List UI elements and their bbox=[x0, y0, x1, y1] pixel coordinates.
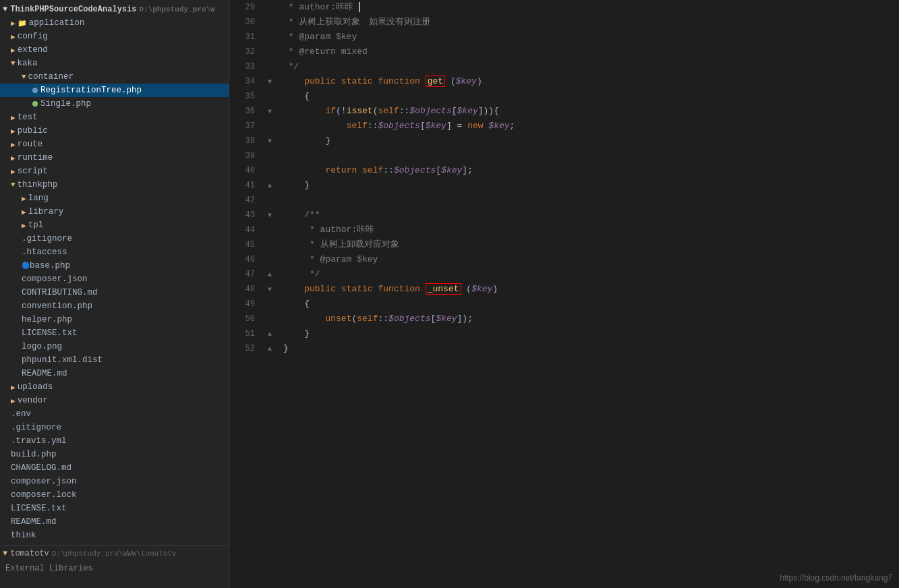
sidebar-item-application[interactable]: ▶ 📁 application bbox=[0, 16, 229, 30]
sidebar-label: think bbox=[11, 531, 36, 540]
sidebar: ▼ ThinkPHPSourceCodeAnalysis D:\phpstudy… bbox=[0, 0, 229, 588]
line-number: 51 bbox=[229, 329, 263, 339]
line-number: 45 bbox=[229, 240, 263, 249]
folder-icon: ▶ bbox=[11, 113, 16, 122]
sidebar-item-lang[interactable]: ▶ lang bbox=[0, 192, 229, 205]
sidebar-label: build.php bbox=[11, 450, 57, 459]
fold-gutter[interactable]: ▼ bbox=[263, 108, 277, 115]
sidebar-label: README.md bbox=[11, 517, 57, 527]
sidebar-item-travis[interactable]: .travis.yml bbox=[0, 434, 229, 448]
folder-icon: ▶ bbox=[11, 167, 16, 176]
folder-closed-icon: 📁 bbox=[18, 19, 27, 28]
code-content: /** bbox=[277, 208, 899, 223]
code-content: } bbox=[277, 134, 899, 148]
fold-gutter[interactable]: ▼ bbox=[263, 78, 277, 86]
line-number: 36 bbox=[229, 107, 263, 116]
sidebar-item-license1[interactable]: LICENSE.txt bbox=[0, 326, 229, 340]
code-content: * @param $key bbox=[277, 252, 899, 267]
fold-gutter[interactable]: ▲ bbox=[263, 271, 277, 278]
line-number: 31 bbox=[229, 32, 263, 42]
code-line-36: 36 ▼ if(!isset(self::$objects[$key])){ bbox=[229, 104, 899, 119]
code-line-34: 34 ▼ public static function get ($key) bbox=[229, 74, 899, 89]
sidebar-item-vendor[interactable]: ▶ vendor bbox=[0, 394, 229, 407]
sidebar-item-phpunit[interactable]: phpunit.xml.dist bbox=[0, 353, 229, 367]
sidebar-item-readme1[interactable]: README.md bbox=[0, 367, 229, 380]
fold-gutter[interactable]: ▼ bbox=[263, 286, 277, 293]
sidebar-item-helper[interactable]: helper.php bbox=[0, 313, 229, 326]
code-content: * author:咔咔 bbox=[277, 0, 899, 15]
sidebar-item-composer-json1[interactable]: composer.json bbox=[0, 272, 229, 286]
folder-icon: ▶ bbox=[22, 194, 26, 203]
sidebar-item-think[interactable]: think bbox=[0, 529, 229, 542]
code-content: return self::$objects[$key]; bbox=[277, 163, 899, 178]
sidebar-item-single[interactable]: Single.php bbox=[0, 97, 229, 111]
sidebar-item-route[interactable]: ▶ route bbox=[0, 138, 229, 151]
code-line-50: 50 unset(self::$objects[$key]); bbox=[229, 312, 899, 326]
sidebar-item-gitignore2[interactable]: .gitignore bbox=[0, 421, 229, 434]
sidebar-item-readme2[interactable]: README.md bbox=[0, 515, 229, 529]
code-line-32: 32 * @return mixed bbox=[229, 45, 899, 59]
line-number: 38 bbox=[229, 136, 263, 146]
sidebar-item-thinkphp[interactable]: ▼ thinkphp bbox=[0, 178, 229, 192]
sidebar-item-runtime[interactable]: ▶ runtime bbox=[0, 151, 229, 165]
code-line-31: 31 * @param $key bbox=[229, 30, 899, 45]
fold-gutter[interactable]: ▼ bbox=[263, 138, 277, 145]
sidebar-label: application bbox=[29, 18, 85, 28]
sidebar-item-kaka[interactable]: ▼ kaka bbox=[0, 57, 229, 70]
sidebar-item-library[interactable]: ▶ library bbox=[0, 205, 229, 218]
sidebar-item-composer-lock[interactable]: composer.lock bbox=[0, 488, 229, 502]
sidebar-item-registration-tree[interactable]: RegistrationTree.php bbox=[0, 84, 229, 97]
sidebar-bottom-item[interactable]: ▼ tomatotv D:\phpstudy_pro\WWW\tomatotv bbox=[0, 545, 229, 561]
folder-icon: ▶ bbox=[22, 221, 26, 230]
sidebar-item-config[interactable]: ▶ config bbox=[0, 30, 229, 43]
bottom-project-path: D:\phpstudy_pro\WWW\tomatotv bbox=[52, 550, 177, 558]
code-content: { bbox=[277, 89, 899, 104]
sidebar-item-extend[interactable]: ▶ extend bbox=[0, 43, 229, 57]
sidebar-item-contributing[interactable]: CONTRIBUTING.md bbox=[0, 286, 229, 299]
sidebar-item-htaccess[interactable]: .htaccess bbox=[0, 245, 229, 259]
code-content: */ bbox=[277, 59, 899, 74]
sidebar-item-license2[interactable]: LICENSE.txt bbox=[0, 502, 229, 515]
sidebar-item-build[interactable]: build.php bbox=[0, 448, 229, 461]
code-content: unset(self::$objects[$key]); bbox=[277, 312, 899, 326]
sidebar-item-env[interactable]: .env bbox=[0, 407, 229, 421]
line-number: 29 bbox=[229, 3, 263, 12]
line-number: 43 bbox=[229, 210, 263, 220]
sidebar-label: LICENSE.txt bbox=[22, 328, 78, 338]
code-line-47: 47 ▲ */ bbox=[229, 267, 899, 282]
fold-gutter[interactable]: ▲ bbox=[263, 345, 277, 353]
code-line-38: 38 ▼ } bbox=[229, 134, 899, 148]
fold-gutter[interactable]: ▼ bbox=[263, 212, 277, 219]
sidebar-item-convention[interactable]: convention.php bbox=[0, 299, 229, 313]
folder-icon: ▼ bbox=[3, 549, 7, 558]
sidebar-label: .gitignore bbox=[11, 423, 61, 432]
sidebar-label: tpl bbox=[28, 220, 44, 230]
sidebar-item-tpl[interactable]: ▶ tpl bbox=[0, 218, 229, 232]
project-header[interactable]: ▼ ThinkPHPSourceCodeAnalysis D:\phpstudy… bbox=[0, 3, 229, 16]
sidebar-item-base-php[interactable]: 🔵 base.php bbox=[0, 259, 229, 272]
sidebar-item-public[interactable]: ▶ public bbox=[0, 124, 229, 138]
external-libraries-label: External Libraries bbox=[5, 564, 93, 573]
folder-open-icon: ▼ bbox=[22, 73, 26, 81]
sidebar-label: logo.png bbox=[22, 342, 62, 351]
line-number: 37 bbox=[229, 121, 263, 131]
sidebar-label: .htaccess bbox=[22, 247, 67, 257]
sidebar-item-uploads[interactable]: ▶ uploads bbox=[0, 380, 229, 394]
code-line-44: 44 * author:咔咔 bbox=[229, 223, 899, 237]
code-line-41: 41 ▲ } bbox=[229, 178, 899, 193]
fold-gutter[interactable]: ▲ bbox=[263, 330, 277, 338]
sidebar-item-gitignore1[interactable]: .gitignore bbox=[0, 232, 229, 245]
folder-icon: ▶ bbox=[11, 383, 16, 392]
external-libraries-item[interactable]: External Libraries bbox=[0, 561, 229, 576]
sidebar-item-script[interactable]: ▶ script bbox=[0, 165, 229, 178]
sidebar-label: thinkphp bbox=[18, 180, 58, 189]
sidebar-item-changelog[interactable]: CHANGELOG.md bbox=[0, 461, 229, 475]
line-number: 40 bbox=[229, 166, 263, 175]
sidebar-item-composer-json2[interactable]: composer.json bbox=[0, 475, 229, 488]
sidebar-item-test[interactable]: ▶ test bbox=[0, 111, 229, 124]
bottom-project-label: tomatotv bbox=[10, 549, 49, 558]
fold-gutter[interactable]: ▲ bbox=[263, 182, 277, 189]
sidebar-item-container[interactable]: ▼ container bbox=[0, 70, 229, 84]
sidebar-item-logo[interactable]: logo.png bbox=[0, 340, 229, 353]
line-number: 33 bbox=[229, 62, 263, 71]
